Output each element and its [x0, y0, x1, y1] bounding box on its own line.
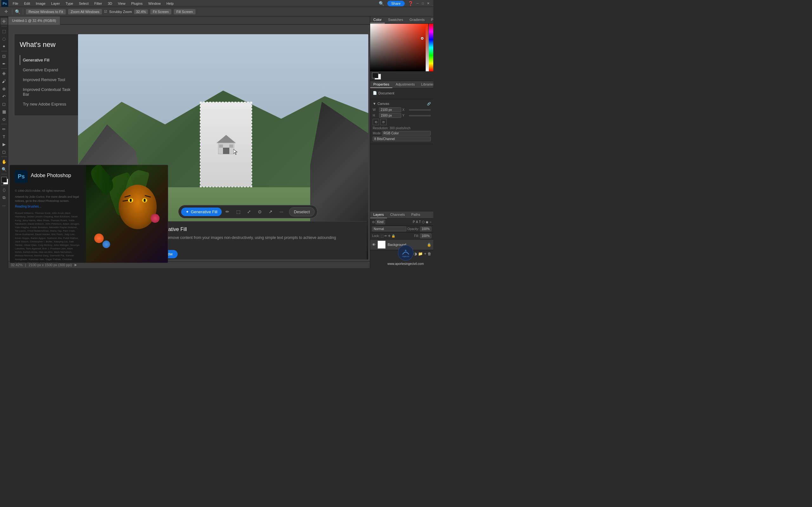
tab-adjustments[interactable]: Adjustments: [392, 81, 418, 88]
brush-tool[interactable]: 🖌: [1, 78, 8, 84]
zoom-input[interactable]: [134, 9, 148, 14]
tab-color[interactable]: Color: [370, 16, 385, 23]
pen-tool[interactable]: ✏: [1, 125, 8, 132]
help-icon[interactable]: ❓: [408, 1, 413, 6]
layer-thumbnail[interactable]: [377, 240, 386, 249]
filter-icon2[interactable]: A: [416, 220, 418, 224]
shape-tool[interactable]: ◻: [1, 148, 8, 155]
h-value[interactable]: 1500 px: [379, 113, 401, 118]
restore-icon[interactable]: □: [422, 2, 424, 5]
menu-layer[interactable]: Layer: [49, 1, 62, 6]
menu-select[interactable]: Select: [77, 1, 91, 6]
document-tab[interactable]: Untitled-1 @ 32.4% (RGB/8): [8, 16, 60, 25]
deselect-button[interactable]: Deselect: [289, 207, 315, 216]
hand-tool[interactable]: ✋: [1, 158, 8, 165]
foreground-color-swatch[interactable]: [1, 177, 7, 182]
fit-screen-btn[interactable]: Fit Screen: [150, 9, 171, 14]
color-picker-area[interactable]: [370, 24, 433, 71]
eyedropper-tool[interactable]: ✒: [1, 60, 8, 67]
lock-all-icon[interactable]: 🔒: [392, 234, 395, 238]
rotate-portrait-icon[interactable]: ⟲: [373, 119, 379, 125]
fill-screen-btn[interactable]: Fill Screen: [173, 9, 196, 14]
minimize-icon[interactable]: ─: [416, 2, 419, 5]
link-icon[interactable]: 🔗: [427, 102, 431, 106]
tab-libraries[interactable]: Libraries: [418, 81, 433, 88]
share-button[interactable]: Share: [387, 1, 405, 6]
menu-image[interactable]: Image: [33, 1, 48, 6]
blend-mode[interactable]: Normal: [372, 227, 406, 231]
gradient-tool[interactable]: ▦: [1, 108, 8, 115]
filter-icon4[interactable]: ⬡: [422, 220, 425, 224]
scrubby-zoom-check[interactable]: ☑: [104, 9, 107, 14]
close-icon[interactable]: ✕: [427, 2, 429, 5]
filter-icon1[interactable]: P: [413, 220, 415, 224]
quick-mask-tool[interactable]: ⬯: [1, 187, 8, 193]
type-tool[interactable]: T: [1, 133, 8, 140]
zoom-tool[interactable]: 🔍: [1, 166, 8, 173]
y-value[interactable]: [409, 115, 431, 116]
feature-generative-expand[interactable]: Generative Expand: [20, 65, 76, 75]
feature-adobe-express[interactable]: Try new Adobe Express: [20, 99, 76, 109]
menu-window[interactable]: Window: [146, 1, 163, 6]
menu-3d[interactable]: 3D: [105, 1, 115, 6]
healing-tool[interactable]: ✙: [1, 70, 8, 77]
menu-view[interactable]: View: [115, 1, 128, 6]
filter-icon5[interactable]: ◉: [426, 220, 428, 224]
tab-properties[interactable]: Properties: [370, 81, 392, 88]
x-value[interactable]: [409, 109, 431, 111]
filter-kind-icon[interactable]: ⊙: [372, 220, 374, 224]
edit-icon-btn[interactable]: ✏: [222, 207, 233, 217]
lock-image-icon[interactable]: ✏: [385, 234, 387, 238]
tab-patterns[interactable]: Patterns: [428, 16, 433, 23]
feature-contextual-bar[interactable]: Improved Contextual Task Bar: [20, 84, 76, 99]
tab-paths[interactable]: Paths: [408, 211, 423, 218]
search-icon2[interactable]: 🔍: [15, 9, 20, 14]
menu-type[interactable]: Type: [63, 1, 76, 6]
opacity-value[interactable]: 100%: [420, 227, 432, 231]
dodge-tool[interactable]: ⊙: [1, 116, 8, 123]
fill-value[interactable]: 100%: [420, 233, 432, 238]
move-tool[interactable]: ✛: [1, 18, 8, 25]
menu-file[interactable]: File: [10, 1, 21, 6]
lock-position-icon[interactable]: ✛: [388, 234, 391, 238]
w-value[interactable]: 2100 px: [379, 107, 401, 112]
more-tools[interactable]: ···: [1, 202, 8, 209]
status-arrow[interactable]: ▶: [74, 263, 77, 267]
adjust-icon-btn[interactable]: ↗: [265, 207, 275, 217]
bits-value[interactable]: 8 Bits/Channel: [373, 136, 431, 141]
tab-channels[interactable]: Channels: [387, 211, 408, 218]
history-brush-tool[interactable]: ↶: [1, 93, 8, 100]
mode-value[interactable]: RGB Color: [382, 131, 431, 135]
move-tool-icon[interactable]: ✛: [3, 8, 9, 15]
expand-icon-btn[interactable]: ⤢: [244, 207, 254, 217]
filter-icon3[interactable]: T: [419, 220, 421, 224]
more-icon-btn[interactable]: ···: [276, 207, 287, 217]
tab-layers[interactable]: Layers: [370, 211, 387, 218]
crop-tool[interactable]: ⊡: [1, 53, 8, 60]
canvas-collapse-icon[interactable]: ▼: [373, 102, 376, 106]
feature-generative-fill[interactable]: Generative Fill: [20, 55, 76, 65]
alpha-strip[interactable]: [426, 24, 429, 71]
delete-layer-icon[interactable]: 🗑: [427, 251, 432, 256]
transform-icon-btn[interactable]: ⬚: [233, 207, 243, 217]
menu-help[interactable]: Help: [164, 1, 176, 6]
foreground-swatch[interactable]: [372, 72, 378, 78]
marquee-tool[interactable]: ⬚: [1, 27, 8, 35]
tab-swatches[interactable]: Swatches: [385, 16, 406, 23]
screen-mode-tool[interactable]: ⧉: [1, 194, 8, 201]
rotate-landscape-icon[interactable]: ⟳: [380, 119, 387, 125]
feature-remove-tool[interactable]: Improved Remove Tool: [20, 75, 76, 84]
tab-gradients[interactable]: Gradients: [406, 16, 428, 23]
new-layer-icon[interactable]: +: [424, 251, 426, 256]
path-selection-tool[interactable]: ▶: [1, 141, 8, 148]
resize-windows-btn[interactable]: Resize Windows to Fit: [26, 9, 66, 14]
lock-transparent-icon[interactable]: ⬚: [380, 234, 384, 238]
clone-stamp-tool[interactable]: ⊕: [1, 85, 8, 92]
generative-fill-button[interactable]: ✦ Generative Fill: [181, 208, 222, 216]
lasso-tool[interactable]: ◌: [1, 35, 8, 42]
mask-icon-btn[interactable]: ⊙: [255, 207, 265, 217]
magic-wand-tool[interactable]: ✦: [1, 43, 8, 50]
eraser-tool[interactable]: ◻: [1, 101, 8, 107]
zoom-all-btn[interactable]: Zoom All Windows: [68, 9, 102, 14]
hue-strip[interactable]: [429, 24, 433, 71]
